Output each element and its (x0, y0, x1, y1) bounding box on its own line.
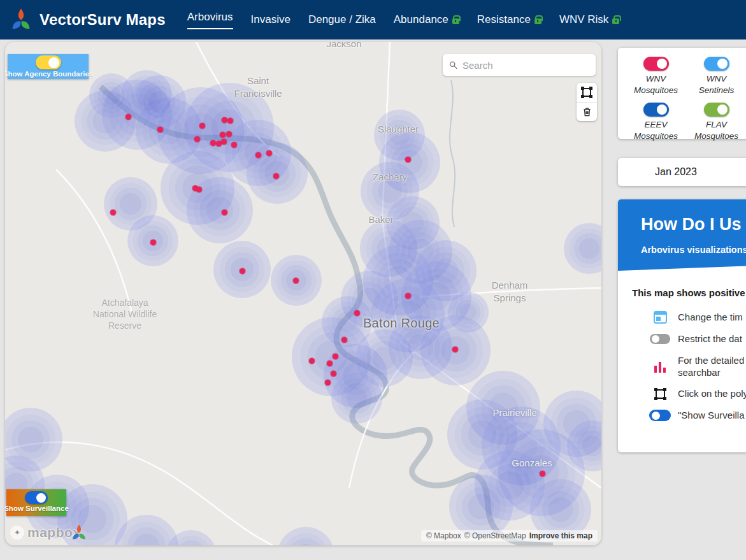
help-icon-wrap (649, 311, 671, 324)
positive-sample-marker[interactable] (126, 114, 131, 120)
polygon-icon (656, 389, 665, 399)
map-canvas[interactable]: JacksonSaint FrancisvilleSlaughterZachar… (5, 42, 601, 545)
lock-icon (534, 18, 542, 24)
positive-sample-marker[interactable] (157, 127, 163, 133)
date-card[interactable]: Jan 2023 (618, 158, 746, 186)
positive-sample-marker[interactable] (405, 293, 411, 299)
help-list: Change the timRestrict the datFor the de… (649, 311, 746, 422)
river-tributary (450, 80, 455, 227)
help-list-item: "Show Surveilla (649, 410, 746, 422)
nav-tab-wnv-risk[interactable]: WNV Risk (559, 10, 619, 30)
toggle-off-icon (650, 334, 670, 344)
toggle-knob (48, 57, 59, 68)
positive-sample-marker[interactable] (199, 123, 205, 129)
positive-sample-marker[interactable] (231, 142, 237, 148)
positive-sample-marker[interactable] (354, 310, 360, 316)
help-item-text: Change the tim (678, 312, 743, 324)
help-icon-wrap (649, 334, 671, 344)
calendar-icon (654, 311, 667, 324)
positive-sample-marker[interactable] (273, 173, 279, 179)
legend-item-flav-mosquitoes: FLAV Mosquitoes (686, 103, 746, 148)
agency-boundaries-label: Show Agency Boundaries (5, 70, 93, 78)
positive-sample-marker[interactable] (226, 131, 232, 137)
toggle-knob (657, 59, 667, 69)
positive-sample-marker[interactable] (331, 371, 336, 377)
positive-sample-marker[interactable] (222, 117, 227, 123)
positive-sample-marker[interactable] (240, 268, 245, 274)
nav-tab-arbovirus[interactable]: Arbovirus (187, 7, 233, 33)
vectorsurv-watermark-icon (70, 524, 88, 542)
mapbox-mark-icon: ✦ (10, 526, 24, 540)
nav-tab-abundance[interactable]: Abundance (394, 10, 459, 30)
heatmap-blob (449, 475, 513, 538)
surveillance-box: Show Surveillance (6, 489, 66, 516)
help-icon-wrap (649, 361, 671, 373)
help-title: How Do I Us (641, 215, 746, 234)
positive-sample-marker[interactable] (333, 354, 338, 359)
date-label: Jan 2023 (655, 166, 697, 178)
positive-sample-marker[interactable] (220, 132, 226, 138)
nav-tab-label: Dengue / Zika (308, 13, 376, 26)
positive-sample-marker[interactable] (194, 136, 200, 142)
legend-item-wnv-sentinels: WNV Sentinels (686, 57, 746, 103)
positive-sample-marker[interactable] (221, 139, 227, 145)
legend-toggle-eeev-mosquitoes[interactable] (643, 103, 669, 117)
heatmap-blob (133, 75, 186, 129)
lock-icon (452, 18, 459, 24)
positive-sample-marker[interactable] (405, 157, 411, 162)
positive-sample-marker[interactable] (110, 210, 116, 215)
legend-label: WNV Mosquitoes (634, 73, 678, 96)
agency-boundaries-box: Show Agency Boundaries (8, 54, 89, 79)
help-intro: This map shows positive co (632, 287, 746, 298)
help-item-text: "Show Surveilla (678, 410, 745, 422)
brand: VectorSurv Maps (9, 8, 166, 32)
nav-tab-resistance[interactable]: Resistance (477, 10, 542, 30)
legend-toggle-wnv-sentinels[interactable] (704, 57, 729, 71)
help-item-text: Restrict the dat (678, 333, 742, 345)
legend-label: FLAV Mosquitoes (694, 119, 738, 141)
help-icon-wrap (649, 410, 671, 421)
agency-boundaries-toggle[interactable] (36, 55, 61, 69)
positive-sample-marker[interactable] (325, 380, 331, 385)
map-searchbox (443, 54, 596, 76)
surveillance-label: Show Surveillance (5, 505, 69, 512)
top-navigation-bar: VectorSurv Maps ArbovirusInvasiveDengue … (0, 0, 746, 39)
trash-button[interactable] (577, 102, 597, 121)
legend-label: EEEV Mosquitoes (634, 119, 678, 141)
toggle-on-icon (649, 410, 671, 421)
positive-sample-marker[interactable] (222, 210, 227, 215)
positive-sample-marker[interactable] (266, 150, 272, 156)
bar-chart-icon (654, 361, 666, 373)
positive-sample-marker[interactable] (227, 118, 233, 124)
draw-polygon-button[interactable] (577, 83, 597, 102)
legend-toggle-flav-mosquitoes[interactable] (704, 103, 729, 117)
positive-sample-marker[interactable] (540, 471, 545, 477)
nav-tab-label: Abundance (394, 13, 448, 26)
positive-sample-marker[interactable] (150, 240, 156, 245)
help-card: How Do I Us Arbovirus visualizations Thi… (618, 199, 746, 452)
nav-tab-label: Resistance (477, 13, 531, 26)
positive-sample-marker[interactable] (309, 358, 315, 364)
improve-map-link[interactable]: Improve this map (529, 531, 592, 540)
positive-sample-marker[interactable] (196, 187, 202, 192)
help-icon-wrap (649, 389, 671, 399)
legend-label: WNV Sentinels (699, 73, 735, 96)
surveillance-toggle[interactable] (25, 491, 48, 504)
nav-tab-label: WNV Risk (559, 13, 608, 26)
nav-tab-invasive[interactable]: Invasive (251, 10, 291, 30)
help-item-text: For the detailed searchbar (678, 355, 744, 379)
lock-icon (612, 18, 619, 24)
nav-tab-dengue-zika[interactable]: Dengue / Zika (308, 10, 376, 30)
help-list-item: Restrict the dat (649, 333, 746, 345)
positive-sample-marker[interactable] (327, 361, 333, 366)
legend-toggle-wnv-mosquitoes[interactable] (643, 57, 669, 71)
positive-sample-marker[interactable] (210, 140, 216, 146)
toggle-knob (717, 59, 728, 69)
positive-sample-marker[interactable] (452, 347, 458, 352)
positive-sample-marker[interactable] (293, 278, 299, 284)
positive-sample-marker[interactable] (341, 337, 347, 343)
heatmap-blob (331, 373, 382, 424)
search-input[interactable] (463, 60, 589, 71)
positive-sample-marker[interactable] (255, 152, 261, 158)
help-list-item: Click on the poly (649, 388, 746, 400)
